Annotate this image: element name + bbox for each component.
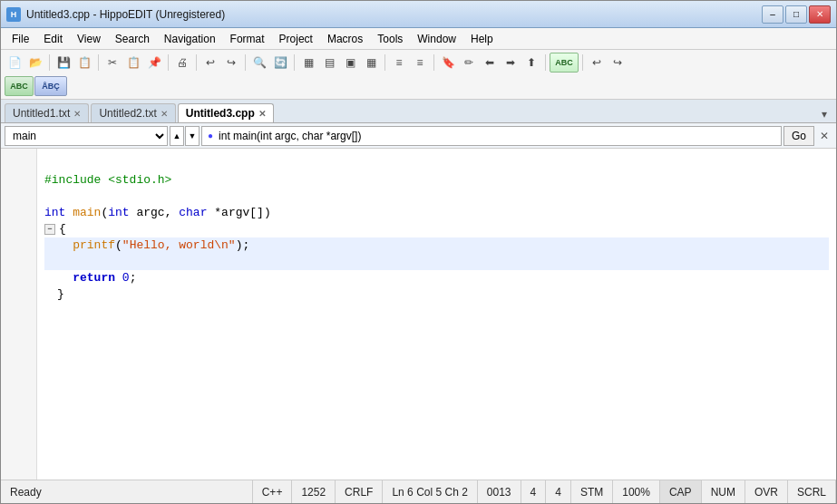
spell-check-button[interactable]: ABC xyxy=(550,53,579,73)
navigation-bar: main ▲ ▼ ● int main(int argc, char *argv… xyxy=(1,123,836,149)
editor-area[interactable]: #include <stdio.h> int main(int argc, ch… xyxy=(1,149,836,480)
code-line: −{ xyxy=(44,221,829,237)
status-scrl: SCRL xyxy=(788,480,836,503)
tab-untitled2[interactable]: Untitled2.txt ✕ xyxy=(91,103,175,122)
maximize-button[interactable]: □ xyxy=(785,5,807,24)
minimize-button[interactable]: – xyxy=(762,5,783,24)
tb-btn-9[interactable]: ▣ xyxy=(340,53,360,73)
nav-arrows: ▲ ▼ xyxy=(170,126,200,146)
tab-label: Untitled2.txt xyxy=(99,107,156,120)
sep2 xyxy=(98,54,99,71)
function-signature: int main(int argc, char *argv[]) xyxy=(219,130,361,142)
tab-close-2[interactable]: ✕ xyxy=(161,109,168,119)
status-bar: Ready C++ 1252 CRLF Ln 6 Col 5 Ch 2 0013… xyxy=(1,480,836,503)
window-controls: – □ ✕ xyxy=(762,5,831,24)
tb-btn-16[interactable]: ➡ xyxy=(501,53,521,73)
tb-btn-12[interactable]: ≡ xyxy=(410,53,430,73)
menu-project[interactable]: Project xyxy=(272,31,320,47)
tab-label: Untitled3.cpp xyxy=(186,107,255,120)
tb-btn-14[interactable]: ✏ xyxy=(459,53,479,73)
find-button[interactable]: 🔍 xyxy=(249,53,269,73)
sep1 xyxy=(49,54,50,71)
menu-format[interactable]: Format xyxy=(223,31,272,47)
new-file-button[interactable]: 📄 xyxy=(5,53,24,73)
code-line xyxy=(44,156,829,172)
app-icon: H xyxy=(6,7,21,22)
go-button[interactable]: Go xyxy=(783,126,814,146)
status-col5: 4 xyxy=(546,480,571,503)
print-button[interactable]: 🖨 xyxy=(172,53,192,73)
code-line: } xyxy=(44,286,829,303)
line-numbers xyxy=(1,149,37,480)
status-cap: CAP xyxy=(660,480,702,503)
status-zoom: 100% xyxy=(613,480,660,503)
menu-navigation[interactable]: Navigation xyxy=(157,31,223,47)
code-line xyxy=(44,254,829,270)
status-language: C++ xyxy=(253,480,293,503)
menu-edit[interactable]: Edit xyxy=(36,31,70,47)
status-position: Ln 6 Col 5 Ch 2 xyxy=(383,480,477,503)
tb-btn-19[interactable]: ↩ xyxy=(587,53,607,73)
sep7 xyxy=(384,54,385,71)
tb-btn-15[interactable]: ⬅ xyxy=(480,53,500,73)
tab-close-3[interactable]: ✕ xyxy=(258,109,266,119)
tab-bar: Untitled1.txt ✕ Untitled2.txt ✕ Untitled… xyxy=(1,100,836,123)
save-all-button[interactable]: 📋 xyxy=(74,53,94,73)
cut-button[interactable]: ✂ xyxy=(102,53,122,73)
status-stm: STM xyxy=(571,480,613,503)
tab-untitled3[interactable]: Untitled3.cpp ✕ xyxy=(178,103,274,122)
menu-macros[interactable]: Macros xyxy=(320,31,370,47)
code-line xyxy=(44,189,829,205)
tb-btn-10[interactable]: ▦ xyxy=(361,53,381,73)
tb-btn-11[interactable]: ≡ xyxy=(389,53,409,73)
close-button[interactable]: ✕ xyxy=(809,5,831,24)
tb-btn-17[interactable]: ⬆ xyxy=(521,53,541,73)
abc-button-1[interactable]: ABC xyxy=(5,76,34,96)
tab-close-1[interactable]: ✕ xyxy=(73,109,81,119)
sep9 xyxy=(545,54,546,71)
paste-button[interactable]: 📌 xyxy=(144,53,164,73)
sep8 xyxy=(433,54,434,71)
bookmark-button[interactable]: 🔖 xyxy=(438,53,458,73)
status-size: 1252 xyxy=(292,480,336,503)
tb-btn-7[interactable]: ▦ xyxy=(298,53,318,73)
menu-bar: File Edit View Search Navigation Format … xyxy=(1,28,836,50)
code-line: printf("Hello, world\n"); xyxy=(44,237,829,254)
sep3 xyxy=(168,54,169,71)
toolbar-area: 📄 📂 💾 📋 ✂ 📋 📌 🖨 ↩ ↪ 🔍 🔄 ▦ ▤ ▣ ▦ ≡ ≡ xyxy=(1,50,836,100)
title-bar: H Untitled3.cpp - HippoEDIT (Unregistere… xyxy=(1,1,836,28)
menu-window[interactable]: Window xyxy=(410,31,463,47)
undo-button[interactable]: ↩ xyxy=(200,53,220,73)
abc-button-2[interactable]: ÅBÇ xyxy=(34,76,67,96)
tb-btn-8[interactable]: ▤ xyxy=(319,53,339,73)
tab-dropdown-button[interactable]: ▾ xyxy=(816,106,832,122)
code-editor[interactable]: #include <stdio.h> int main(int argc, ch… xyxy=(37,149,836,480)
status-code: 0013 xyxy=(478,480,521,503)
tb-btn-20[interactable]: ↪ xyxy=(608,53,628,73)
nav-down-button[interactable]: ▼ xyxy=(185,126,200,146)
menu-help[interactable]: Help xyxy=(463,31,501,47)
save-button[interactable]: 💾 xyxy=(54,53,73,73)
status-num: NUM xyxy=(702,480,745,503)
sep6 xyxy=(294,54,295,71)
fold-button[interactable]: − xyxy=(44,224,55,235)
menu-view[interactable]: View xyxy=(70,31,108,47)
toolbar-2: ABC ÅBÇ xyxy=(5,75,832,97)
status-ovr: OVR xyxy=(745,480,788,503)
tab-untitled1[interactable]: Untitled1.txt ✕ xyxy=(5,103,89,122)
menu-file[interactable]: File xyxy=(5,31,36,47)
replace-button[interactable]: 🔄 xyxy=(270,53,290,73)
function-selector[interactable]: main xyxy=(5,126,168,146)
redo-button[interactable]: ↪ xyxy=(221,53,241,73)
status-ready: Ready xyxy=(1,480,253,503)
copy-button[interactable]: 📋 xyxy=(123,53,143,73)
status-line-ending: CRLF xyxy=(336,480,383,503)
nav-close-button[interactable]: ✕ xyxy=(816,130,832,142)
tab-label: Untitled1.txt xyxy=(13,107,70,120)
window-title: Untitled3.cpp - HippoEDIT (Unregistered) xyxy=(26,8,225,21)
nav-up-button[interactable]: ▲ xyxy=(170,126,184,146)
menu-tools[interactable]: Tools xyxy=(370,31,410,47)
open-button[interactable]: 📂 xyxy=(25,53,45,73)
menu-search[interactable]: Search xyxy=(108,31,157,47)
sep4 xyxy=(196,54,197,71)
